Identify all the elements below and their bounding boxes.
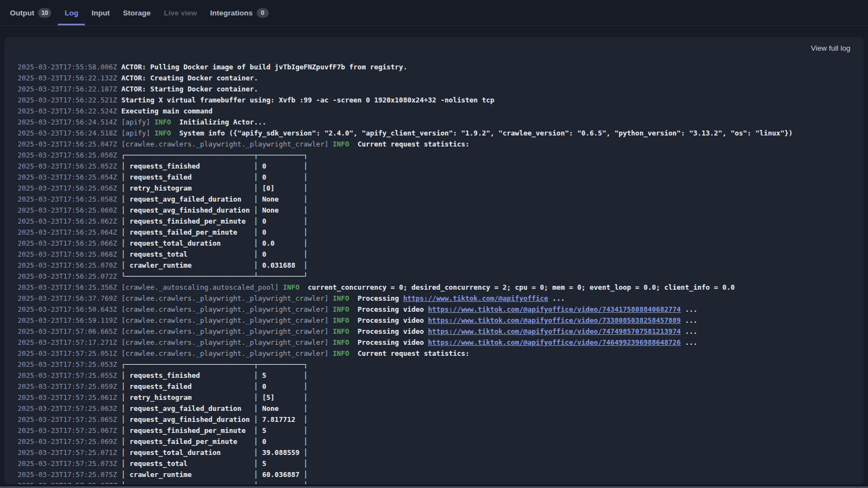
log-line: 2025-03-23T17:56:25.054Z │ requests_fail… [18,172,850,183]
logger-name: [crawlee.crawlers._playwright._playwrigh… [121,349,333,357]
log-line: 2025-03-23T17:56:59.119Z [crawlee.crawle… [18,315,850,326]
log-text: Processing [349,294,403,302]
log-text: │ requests_failed │ 0 │ [121,382,308,391]
log-text: ... [681,338,697,346]
log-url-link[interactable]: https://www.tiktok.com/@apifyoffice [403,294,548,302]
timestamp: 2025-03-23T17:56:25.054Z [18,173,121,181]
tab-label: Integrations [210,9,253,17]
timestamp: 2025-03-23T17:56:24.514Z [18,118,121,126]
logger-name: [crawlee.crawlers._playwright._playwrigh… [121,305,333,313]
log-line: 2025-03-23T17:56:25.052Z │ requests_fini… [18,161,850,172]
log-line: 2025-03-23T17:57:25.067Z │ requests_fini… [18,425,850,436]
tab-label: Output [10,9,34,17]
log-line: 2025-03-23T17:56:25.064Z │ requests_fail… [18,227,850,238]
log-text: │ requests_finished │ 5 │ [121,371,308,379]
info-level-badge: INFO [283,283,300,291]
view-full-log-link[interactable]: View full log [811,44,850,56]
timestamp: 2025-03-23T17:56:25.050Z [18,151,121,159]
timestamp: 2025-03-23T17:56:22.187Z [18,85,121,93]
logger-name: [apify] [121,118,154,126]
tab-bar: Output10LogInputStorageLive viewIntegrat… [0,0,868,26]
log-text: Current request statistics: [349,140,469,148]
tab-log[interactable]: Log [58,0,85,25]
log-line: 2025-03-23T17:56:25.056Z │ retry_histogr… [18,183,850,194]
logger-name: [crawlee.crawlers._playwright._playwrigh… [121,327,333,335]
log-text: │ requests_finished │ 0 │ [121,162,308,170]
log-panel[interactable]: View full log 2025-03-23T17:55:58.006Z A… [4,37,864,484]
log-line: 2025-03-23T17:56:22.132Z ACTOR: Creating… [18,73,850,84]
log-line: 2025-03-23T17:56:24.514Z [apify] INFO In… [18,117,850,128]
timestamp: 2025-03-23T17:56:25.356Z [18,283,121,291]
timestamp: 2025-03-23T17:57:25.077Z [18,481,121,484]
log-url-link[interactable]: https://www.tiktok.com/@apifyoffice/vide… [428,338,681,346]
log-line: 2025-03-23T17:56:25.047Z [crawlee.crawle… [18,139,850,150]
log-line: 2025-03-23T17:56:25.070Z │ crawler_runti… [18,260,850,271]
log-line: 2025-03-23T17:57:25.051Z [crawlee.crawle… [18,348,850,359]
tab-output[interactable]: Output10 [3,0,58,25]
tab-input[interactable]: Input [85,0,116,25]
timestamp: 2025-03-23T17:56:22.521Z [18,96,121,104]
timestamp: 2025-03-23T17:57:25.069Z [18,437,121,446]
log-line: 2025-03-23T17:57:25.073Z │ requests_tota… [18,458,850,469]
timestamp: 2025-03-23T17:56:25.072Z [18,272,121,280]
timestamp: 2025-03-23T17:57:06.665Z [18,327,121,335]
timestamp: 2025-03-23T17:56:50.643Z [18,305,121,313]
log-url-link[interactable]: https://www.tiktok.com/@apifyoffice/vide… [428,316,681,324]
timestamp: 2025-03-23T17:57:25.075Z [18,470,121,479]
timestamp: 2025-03-23T17:57:25.061Z [18,393,121,402]
tab-storage[interactable]: Storage [116,0,157,25]
log-text: │ retry_histogram │ [0] │ [121,184,308,192]
timestamp: 2025-03-23T17:57:25.067Z [18,426,121,435]
log-text: ┌───────────────────────────────┬───────… [121,360,308,368]
log-text: │ request_total_duration │ 0.0 │ [121,239,308,247]
log-line: 2025-03-23T17:57:25.053Z ┌──────────────… [18,359,850,370]
log-line: 2025-03-23T17:56:25.356Z [crawlee._autos… [18,282,850,293]
timestamp: 2025-03-23T17:56:59.119Z [18,316,121,324]
log-text: │ crawler_runtime │ 60.036887 │ [121,470,308,479]
timestamp: 2025-03-23T17:55:58.006Z [18,63,121,71]
log-text: Executing main command [121,107,213,115]
log-url-link[interactable]: https://www.tiktok.com/@apifyoffice/vide… [428,327,681,335]
info-level-badge: INFO [333,327,349,335]
log-line: 2025-03-23T17:55:58.006Z ACTOR: Pulling … [18,62,850,73]
tab-live-view[interactable]: Live view [158,0,204,25]
timestamp: 2025-03-23T17:56:24.518Z [18,129,121,137]
info-level-badge: INFO [333,338,349,346]
tab-integrations[interactable]: Integrations0 [204,0,275,25]
timestamp: 2025-03-23T17:56:25.052Z [18,162,121,170]
timestamp: 2025-03-23T17:56:25.060Z [18,206,121,214]
info-level-badge: INFO [154,129,171,137]
info-level-badge: INFO [333,349,349,357]
timestamp: 2025-03-23T17:57:25.063Z [18,404,121,413]
timestamp: 2025-03-23T17:57:25.065Z [18,415,121,424]
log-text: │ requests_failed_per_minute │ 0 │ [121,228,308,236]
log-text: ┌───────────────────────────────┬───────… [121,151,308,159]
log-text: │ requests_total │ 0 │ [121,250,308,258]
log-text: │ requests_finished_per_minute │ 0 │ [121,217,308,225]
tab-label: Live view [164,9,197,17]
log-line: 2025-03-23T17:57:25.055Z │ requests_fini… [18,370,850,381]
log-line: 2025-03-23T17:57:25.071Z │ request_total… [18,447,850,458]
log-line: 2025-03-23T17:56:25.060Z │ request_avg_f… [18,205,850,216]
timestamp: 2025-03-23T17:56:25.062Z [18,217,121,225]
log-text: ACTOR: Creating Docker container. [121,74,258,82]
timestamp: 2025-03-23T17:56:22.132Z [18,74,121,82]
log-text: ... [548,294,565,302]
log-url-link[interactable]: https://www.tiktok.com/@apifyoffice/vide… [428,305,681,313]
log-text: │ crawler_runtime │ 0.031688 │ [121,261,308,269]
log-line: 2025-03-23T17:56:50.643Z [crawlee.crawle… [18,304,850,315]
bottom-scroll-strip[interactable] [0,485,868,488]
timestamp: 2025-03-23T17:57:25.059Z [18,382,121,391]
timestamp: 2025-03-23T17:56:22.524Z [18,107,121,115]
log-text: │ retry_histogram │ [5] │ [121,393,308,402]
log-text: │ request_avg_finished_duration │ 7.8177… [121,415,308,424]
log-text: ... [681,316,697,324]
output-count-badge: 10 [38,8,51,18]
logger-name: [crawlee.crawlers._playwright._playwrigh… [121,140,333,148]
log-text: ... [681,327,697,335]
info-level-badge: INFO [333,305,349,313]
log-line: 2025-03-23T17:56:25.062Z │ requests_fini… [18,216,850,227]
timestamp: 2025-03-23T17:56:37.769Z [18,294,121,302]
timestamp: 2025-03-23T17:57:17.271Z [18,338,121,346]
log-line: 2025-03-23T17:57:25.061Z │ retry_histogr… [18,392,850,403]
